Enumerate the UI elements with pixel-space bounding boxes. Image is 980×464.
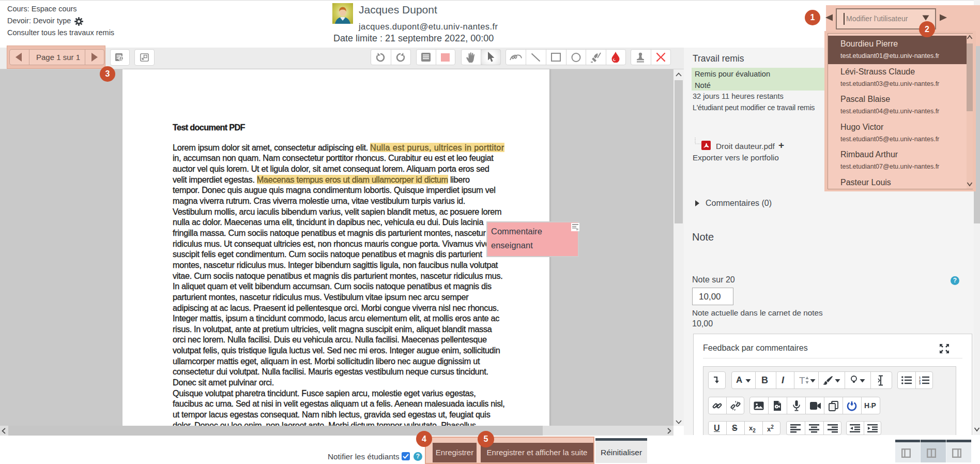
- svg-text:3: 3: [919, 382, 921, 384]
